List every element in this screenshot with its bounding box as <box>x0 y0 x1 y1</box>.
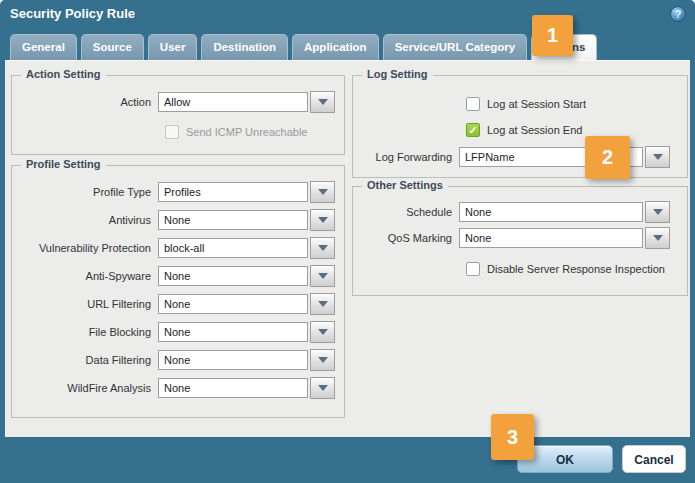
dropdown-arrow-icon[interactable] <box>310 237 335 259</box>
action-dropdown[interactable]: Allow <box>158 91 335 113</box>
data-filtering-row: Data Filtering None <box>12 346 344 374</box>
url-filtering-label: URL Filtering <box>18 298 158 310</box>
file-blocking-row: File Blocking None <box>12 318 344 346</box>
disable-server-response-inspection-label: Disable Server Response Inspection <box>487 263 665 275</box>
dialog-content: Action Setting Action Allow Send ICMP Un… <box>5 60 690 437</box>
qos-marking-row: QoS Marking None <box>353 225 687 251</box>
dsri-row: Disable Server Response Inspection <box>466 257 687 281</box>
file-blocking-label: File Blocking <box>18 326 158 338</box>
dropdown-arrow-icon[interactable] <box>310 293 335 315</box>
schedule-value: None <box>459 202 643 222</box>
wildfire-analysis-label: WildFire Analysis <box>18 382 158 394</box>
chevron-down-icon <box>653 154 663 160</box>
profile-setting-group: Profile Setting Profile Type Profiles An… <box>11 165 345 418</box>
anti-spyware-value: None <box>158 266 308 286</box>
wildfire-analysis-value: None <box>158 378 308 398</box>
vulnerability-protection-dropdown[interactable]: block-all <box>158 237 335 259</box>
tab-destination[interactable]: Destination <box>201 34 288 60</box>
vulnerability-protection-value: block-all <box>158 238 308 258</box>
dropdown-arrow-icon[interactable] <box>310 377 335 399</box>
log-at-session-start-checkbox[interactable] <box>466 97 480 111</box>
help-icon[interactable]: ? <box>670 6 686 22</box>
wildfire-analysis-dropdown[interactable]: None <box>158 377 335 399</box>
profile-setting-legend: Profile Setting <box>21 158 106 170</box>
dropdown-arrow-icon[interactable] <box>310 349 335 371</box>
tab-service-url-category[interactable]: Service/URL Category <box>383 34 528 60</box>
cancel-button[interactable]: Cancel <box>622 445 686 473</box>
log-at-session-end-checkbox[interactable]: ✓ <box>466 123 480 137</box>
callout-badge-1: 1 <box>532 15 573 56</box>
chevron-down-icon <box>318 385 328 391</box>
action-setting-legend: Action Setting <box>21 68 106 80</box>
dropdown-arrow-icon[interactable] <box>645 227 670 249</box>
anti-spyware-label: Anti-Spyware <box>18 270 158 282</box>
security-policy-rule-dialog: Security Policy Rule ? General Source Us… <box>0 0 695 483</box>
chevron-down-icon <box>318 329 328 335</box>
chevron-down-icon <box>318 217 328 223</box>
profile-type-row: Profile Type Profiles <box>12 178 344 206</box>
schedule-row: Schedule None <box>353 199 687 225</box>
chevron-down-icon <box>318 189 328 195</box>
tab-application[interactable]: Application <box>292 34 379 60</box>
log-session-start-row: Log at Session Start <box>466 92 687 116</box>
log-forwarding-dropdown[interactable]: LFPName <box>459 146 670 168</box>
log-forwarding-row: Log Forwarding LFPName <box>353 143 687 171</box>
log-setting-legend: Log Setting <box>362 68 433 80</box>
schedule-dropdown[interactable]: None <box>459 201 670 223</box>
url-filtering-row: URL Filtering None <box>12 290 344 318</box>
disable-server-response-inspection-checkbox[interactable] <box>466 262 480 276</box>
action-row: Action Allow <box>12 88 344 116</box>
dropdown-arrow-icon[interactable] <box>310 265 335 287</box>
schedule-label: Schedule <box>359 206 459 218</box>
dropdown-arrow-icon[interactable] <box>645 146 670 168</box>
antivirus-dropdown[interactable]: None <box>158 209 335 231</box>
anti-spyware-dropdown[interactable]: None <box>158 265 335 287</box>
log-setting-group: Log Setting Log at Session Start ✓ Log a… <box>352 75 688 178</box>
wildfire-analysis-row: WildFire Analysis None <box>12 374 344 402</box>
qos-marking-value: None <box>459 228 643 248</box>
qos-marking-label: QoS Marking <box>359 232 459 244</box>
profile-type-dropdown[interactable]: Profiles <box>158 181 335 203</box>
qos-marking-dropdown[interactable]: None <box>459 227 670 249</box>
chevron-down-icon <box>653 235 663 241</box>
antivirus-label: Antivirus <box>18 214 158 226</box>
other-settings-legend: Other Settings <box>362 179 448 191</box>
action-setting-group: Action Setting Action Allow Send ICMP Un… <box>11 75 345 155</box>
url-filtering-value: None <box>158 294 308 314</box>
chevron-down-icon <box>318 99 328 105</box>
dropdown-arrow-icon[interactable] <box>310 321 335 343</box>
send-icmp-unreachable-label: Send ICMP Unreachable <box>186 126 307 138</box>
log-at-session-start-label: Log at Session Start <box>487 98 586 110</box>
vulnerability-protection-row: Vulnerability Protection block-all <box>12 234 344 262</box>
log-forwarding-label: Log Forwarding <box>359 151 459 163</box>
profile-type-value: Profiles <box>158 182 308 202</box>
action-label: Action <box>18 96 158 108</box>
chevron-down-icon <box>318 301 328 307</box>
chevron-down-icon <box>318 273 328 279</box>
file-blocking-value: None <box>158 322 308 342</box>
dropdown-arrow-icon[interactable] <box>310 209 335 231</box>
data-filtering-dropdown[interactable]: None <box>158 349 335 371</box>
tab-strip: General Source User Destination Applicat… <box>10 28 685 60</box>
other-settings-group: Other Settings Schedule None QoS Marking… <box>352 186 688 296</box>
title-bar: Security Policy Rule ? <box>0 0 695 28</box>
dropdown-arrow-icon[interactable] <box>310 91 335 113</box>
dropdown-arrow-icon[interactable] <box>645 201 670 223</box>
dialog-footer: OK Cancel <box>0 437 695 483</box>
tab-source[interactable]: Source <box>81 34 144 60</box>
callout-badge-3: 3 <box>491 414 534 460</box>
dropdown-arrow-icon[interactable] <box>310 181 335 203</box>
tab-general[interactable]: General <box>10 34 77 60</box>
url-filtering-dropdown[interactable]: None <box>158 293 335 315</box>
chevron-down-icon <box>318 357 328 363</box>
chevron-down-icon <box>318 245 328 251</box>
file-blocking-dropdown[interactable]: None <box>158 321 335 343</box>
log-session-end-row: ✓ Log at Session End <box>466 118 687 142</box>
vulnerability-protection-label: Vulnerability Protection <box>18 242 158 254</box>
data-filtering-label: Data Filtering <box>18 354 158 366</box>
tab-user[interactable]: User <box>148 34 198 60</box>
dialog-title: Security Policy Rule <box>10 0 135 28</box>
send-icmp-unreachable-checkbox[interactable] <box>165 125 179 139</box>
profile-type-label: Profile Type <box>18 186 158 198</box>
anti-spyware-row: Anti-Spyware None <box>12 262 344 290</box>
